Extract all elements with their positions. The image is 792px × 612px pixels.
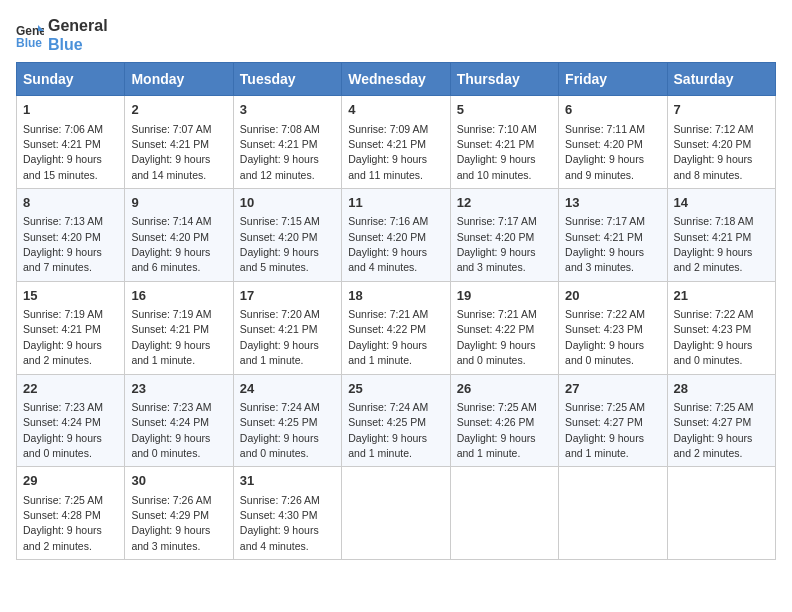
calendar-table: SundayMondayTuesdayWednesdayThursdayFrid… xyxy=(16,62,776,560)
daylight-info: Daylight: 9 hours and 8 minutes. xyxy=(674,153,753,180)
sunrise-info: Sunrise: 7:21 AM xyxy=(348,308,428,320)
daylight-info: Daylight: 9 hours and 10 minutes. xyxy=(457,153,536,180)
calendar-cell: 17 Sunrise: 7:20 AM Sunset: 4:21 PM Dayl… xyxy=(233,281,341,374)
calendar-cell: 24 Sunrise: 7:24 AM Sunset: 4:25 PM Dayl… xyxy=(233,374,341,467)
sunrise-info: Sunrise: 7:24 AM xyxy=(348,401,428,413)
day-number: 26 xyxy=(457,380,552,398)
sunrise-info: Sunrise: 7:26 AM xyxy=(240,494,320,506)
logo: General Blue General Blue xyxy=(16,16,108,54)
week-row-5: 29 Sunrise: 7:25 AM Sunset: 4:28 PM Dayl… xyxy=(17,467,776,560)
day-number: 7 xyxy=(674,101,769,119)
day-number: 2 xyxy=(131,101,226,119)
calendar-cell: 28 Sunrise: 7:25 AM Sunset: 4:27 PM Dayl… xyxy=(667,374,775,467)
daylight-info: Daylight: 9 hours and 0 minutes. xyxy=(565,339,644,366)
day-number: 12 xyxy=(457,194,552,212)
day-header-wednesday: Wednesday xyxy=(342,63,450,96)
sunrise-info: Sunrise: 7:12 AM xyxy=(674,123,754,135)
calendar-cell: 10 Sunrise: 7:15 AM Sunset: 4:20 PM Dayl… xyxy=(233,189,341,282)
week-row-2: 8 Sunrise: 7:13 AM Sunset: 4:20 PM Dayli… xyxy=(17,189,776,282)
svg-text:Blue: Blue xyxy=(16,36,42,49)
sunrise-info: Sunrise: 7:07 AM xyxy=(131,123,211,135)
sunset-info: Sunset: 4:27 PM xyxy=(565,416,643,428)
sunrise-info: Sunrise: 7:25 AM xyxy=(457,401,537,413)
day-number: 13 xyxy=(565,194,660,212)
sunrise-info: Sunrise: 7:06 AM xyxy=(23,123,103,135)
week-row-1: 1 Sunrise: 7:06 AM Sunset: 4:21 PM Dayli… xyxy=(17,96,776,189)
daylight-info: Daylight: 9 hours and 0 minutes. xyxy=(457,339,536,366)
daylight-info: Daylight: 9 hours and 15 minutes. xyxy=(23,153,102,180)
day-header-friday: Friday xyxy=(559,63,667,96)
day-header-monday: Monday xyxy=(125,63,233,96)
sunrise-info: Sunrise: 7:20 AM xyxy=(240,308,320,320)
week-row-3: 15 Sunrise: 7:19 AM Sunset: 4:21 PM Dayl… xyxy=(17,281,776,374)
header: General Blue General Blue xyxy=(16,16,776,54)
calendar-cell: 27 Sunrise: 7:25 AM Sunset: 4:27 PM Dayl… xyxy=(559,374,667,467)
calendar-cell xyxy=(450,467,558,560)
calendar-cell: 12 Sunrise: 7:17 AM Sunset: 4:20 PM Dayl… xyxy=(450,189,558,282)
day-number: 10 xyxy=(240,194,335,212)
sunset-info: Sunset: 4:22 PM xyxy=(348,323,426,335)
sunrise-info: Sunrise: 7:19 AM xyxy=(131,308,211,320)
sunset-info: Sunset: 4:21 PM xyxy=(23,138,101,150)
sunrise-info: Sunrise: 7:22 AM xyxy=(565,308,645,320)
daylight-info: Daylight: 9 hours and 4 minutes. xyxy=(348,246,427,273)
day-number: 8 xyxy=(23,194,118,212)
day-number: 11 xyxy=(348,194,443,212)
sunrise-info: Sunrise: 7:21 AM xyxy=(457,308,537,320)
calendar-cell: 31 Sunrise: 7:26 AM Sunset: 4:30 PM Dayl… xyxy=(233,467,341,560)
sunset-info: Sunset: 4:23 PM xyxy=(674,323,752,335)
sunset-info: Sunset: 4:29 PM xyxy=(131,509,209,521)
calendar-cell: 29 Sunrise: 7:25 AM Sunset: 4:28 PM Dayl… xyxy=(17,467,125,560)
day-number: 4 xyxy=(348,101,443,119)
sunrise-info: Sunrise: 7:15 AM xyxy=(240,215,320,227)
sunset-info: Sunset: 4:21 PM xyxy=(23,323,101,335)
sunset-info: Sunset: 4:24 PM xyxy=(23,416,101,428)
sunrise-info: Sunrise: 7:17 AM xyxy=(565,215,645,227)
daylight-info: Daylight: 9 hours and 3 minutes. xyxy=(565,246,644,273)
sunrise-info: Sunrise: 7:08 AM xyxy=(240,123,320,135)
calendar-cell: 9 Sunrise: 7:14 AM Sunset: 4:20 PM Dayli… xyxy=(125,189,233,282)
calendar-cell: 26 Sunrise: 7:25 AM Sunset: 4:26 PM Dayl… xyxy=(450,374,558,467)
sunset-info: Sunset: 4:21 PM xyxy=(240,138,318,150)
sunset-info: Sunset: 4:20 PM xyxy=(565,138,643,150)
sunrise-info: Sunrise: 7:13 AM xyxy=(23,215,103,227)
day-number: 31 xyxy=(240,472,335,490)
calendar-cell: 6 Sunrise: 7:11 AM Sunset: 4:20 PM Dayli… xyxy=(559,96,667,189)
daylight-info: Daylight: 9 hours and 1 minute. xyxy=(348,339,427,366)
day-number: 17 xyxy=(240,287,335,305)
calendar-cell: 11 Sunrise: 7:16 AM Sunset: 4:20 PM Dayl… xyxy=(342,189,450,282)
daylight-info: Daylight: 9 hours and 2 minutes. xyxy=(23,524,102,551)
sunrise-info: Sunrise: 7:16 AM xyxy=(348,215,428,227)
daylight-info: Daylight: 9 hours and 0 minutes. xyxy=(240,432,319,459)
calendar-cell: 3 Sunrise: 7:08 AM Sunset: 4:21 PM Dayli… xyxy=(233,96,341,189)
sunrise-info: Sunrise: 7:23 AM xyxy=(131,401,211,413)
day-number: 22 xyxy=(23,380,118,398)
sunrise-info: Sunrise: 7:17 AM xyxy=(457,215,537,227)
calendar-cell: 25 Sunrise: 7:24 AM Sunset: 4:25 PM Dayl… xyxy=(342,374,450,467)
calendar-cell xyxy=(342,467,450,560)
day-number: 29 xyxy=(23,472,118,490)
daylight-info: Daylight: 9 hours and 6 minutes. xyxy=(131,246,210,273)
sunset-info: Sunset: 4:21 PM xyxy=(131,138,209,150)
calendar-cell: 13 Sunrise: 7:17 AM Sunset: 4:21 PM Dayl… xyxy=(559,189,667,282)
sunrise-info: Sunrise: 7:10 AM xyxy=(457,123,537,135)
sunrise-info: Sunrise: 7:26 AM xyxy=(131,494,211,506)
daylight-info: Daylight: 9 hours and 1 minute. xyxy=(565,432,644,459)
sunrise-info: Sunrise: 7:18 AM xyxy=(674,215,754,227)
calendar-cell: 15 Sunrise: 7:19 AM Sunset: 4:21 PM Dayl… xyxy=(17,281,125,374)
calendar-cell: 5 Sunrise: 7:10 AM Sunset: 4:21 PM Dayli… xyxy=(450,96,558,189)
logo-general: General xyxy=(48,16,108,35)
daylight-info: Daylight: 9 hours and 2 minutes. xyxy=(674,246,753,273)
daylight-info: Daylight: 9 hours and 14 minutes. xyxy=(131,153,210,180)
day-number: 1 xyxy=(23,101,118,119)
calendar-cell: 18 Sunrise: 7:21 AM Sunset: 4:22 PM Dayl… xyxy=(342,281,450,374)
daylight-info: Daylight: 9 hours and 1 minute. xyxy=(457,432,536,459)
sunset-info: Sunset: 4:28 PM xyxy=(23,509,101,521)
logo-icon: General Blue xyxy=(16,21,44,49)
calendar-cell: 8 Sunrise: 7:13 AM Sunset: 4:20 PM Dayli… xyxy=(17,189,125,282)
daylight-info: Daylight: 9 hours and 1 minute. xyxy=(348,432,427,459)
calendar-cell: 1 Sunrise: 7:06 AM Sunset: 4:21 PM Dayli… xyxy=(17,96,125,189)
sunset-info: Sunset: 4:21 PM xyxy=(674,231,752,243)
sunset-info: Sunset: 4:23 PM xyxy=(565,323,643,335)
sunset-info: Sunset: 4:24 PM xyxy=(131,416,209,428)
